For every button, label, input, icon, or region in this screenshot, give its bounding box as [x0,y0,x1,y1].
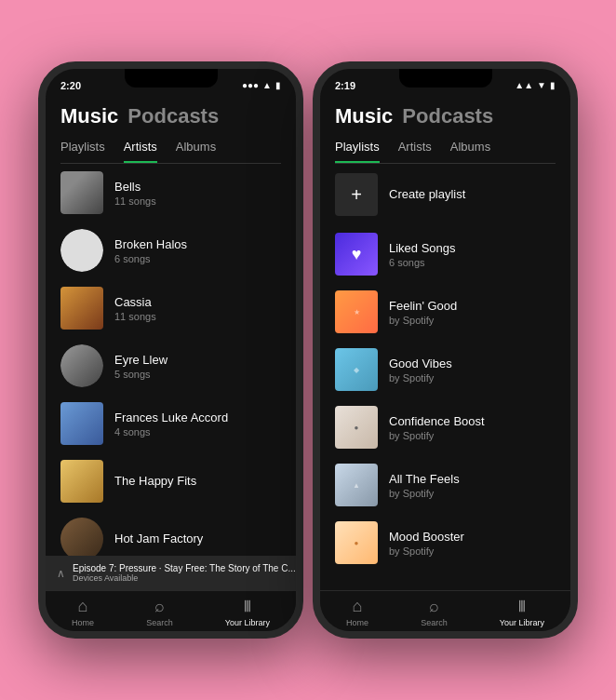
list-item[interactable]: ● Confidence Boost by Spotify [320,398,570,456]
tab-artists-2[interactable]: Artists [398,140,432,163]
tab-artists-1[interactable]: Artists [124,140,157,163]
nav-search-2[interactable]: ⌕ Search [421,597,448,627]
artist-sub-broken: 6 songs [114,253,281,264]
playlist-sub-feelin: by Spotify [389,315,556,326]
artist-sub-bells: 11 songs [114,195,281,207]
phone-1: 2:20 ●●● ▲ ▮ Music Podcasts Playlists Ar… [38,61,303,639]
artist-name-broken: Broken Halos [114,237,281,251]
playlist-sub-allfeels: by Spotify [389,488,556,499]
artist-img-cassia [60,287,103,330]
up-arrow-icon: ∧ [57,567,65,580]
tab-playlists-2[interactable]: Playlists [335,140,380,163]
playlist-img-confidence: ● [335,406,378,449]
notch-2 [399,69,492,88]
list-item[interactable]: ♥ Liked Songs 6 songs [320,225,570,283]
playlist-name-confidence: Confidence Boost [389,414,556,428]
plus-box: + [335,173,378,216]
artists-list: Bells 11 songs Broken Halos 6 songs [46,164,296,556]
playlist-name-liked: Liked Songs [389,241,556,255]
wifi-icon-2: ▼ [537,80,546,90]
phone-2: 2:19 ▲▲ ▼ ▮ Music Podcasts Playlists Art… [313,61,578,639]
now-playing-text: Episode 7: Pressure · Stay Free: The Sto… [73,563,296,583]
playlist-img-mood: ● [335,521,378,564]
playlist-info-allfeels: All The Feels by Spotify [389,472,556,499]
playlist-info-feelin: Feelin' Good by Spotify [389,299,556,326]
playlist-info-goodvibes: Good Vibes by Spotify [389,357,556,384]
playlist-name-goodvibes: Good Vibes [389,357,556,370]
tabs-1: Playlists Artists Albums [60,140,281,164]
battery-icon-1: ▮ [275,80,281,90]
now-playing-title: Episode 7: Pressure · Stay Free: The Sto… [73,563,296,573]
list-item[interactable]: The Happy Fits [46,452,296,510]
create-playlist-item[interactable]: + Create playlist [320,164,570,225]
title-music-2: Music [335,104,393,128]
time-1: 2:20 [60,80,81,91]
battery-icon-2: ▮ [550,80,556,90]
artist-img-happyfits [60,460,103,503]
artist-sub-frances: 4 songs [114,426,281,438]
nav-home-2[interactable]: ⌂ Home [346,597,368,627]
bottom-nav-1: ⌂ Home ⌕ Search ⫴ Your Library [46,590,296,631]
time-2: 2:19 [335,80,355,91]
home-label-2: Home [346,618,368,627]
list-item[interactable]: Bells 11 songs [46,164,296,222]
playlist-sub-mood: by Spotify [389,545,556,557]
artist-name-frances: Frances Luke Accord [114,411,281,424]
nav-home-1[interactable]: ⌂ Home [72,597,94,627]
heart-icon: ♥ [352,245,362,264]
list-item[interactable]: ◆ Good Vibes by Spotify [320,341,570,398]
search-icon-2: ⌕ [429,597,439,616]
now-playing-bar[interactable]: ∧ Episode 7: Pressure · Stay Free: The S… [46,556,296,590]
artist-sub-eyre: 5 songs [114,369,281,380]
artist-info-happyfits: The Happy Fits [114,474,281,490]
title-music-1: Music [60,104,118,128]
list-item[interactable]: ● Mood Booster by Spotify [320,514,570,572]
artist-info-broken: Broken Halos 6 songs [114,237,281,264]
notch-1 [125,69,218,88]
list-item[interactable]: Hot Jam Factory [46,510,296,556]
search-label-2: Search [421,618,448,627]
nav-library-2[interactable]: ⫴ Your Library [500,597,544,627]
list-item[interactable]: ▲ All The Feels by Spotify [320,456,570,514]
playlist-img-liked: ♥ [335,233,378,276]
title-podcasts-2: Podcasts [402,104,493,128]
wifi-icon-1: ▲ [262,80,272,90]
search-label-1: Search [146,618,173,627]
bottom-nav-2: ⌂ Home ⌕ Search ⫴ Your Library [320,590,570,631]
tabs-2: Playlists Artists Albums [335,140,556,164]
home-label-1: Home [72,618,94,627]
now-playing-sub: Devices Available [73,573,296,583]
library-label-1: Your Library [225,618,270,627]
list-item[interactable]: Eyre Llew 5 songs [46,337,296,395]
artist-name-hotjam: Hot Jam Factory [114,532,281,545]
list-item[interactable]: Cassia 11 songs [46,279,296,337]
home-icon-1: ⌂ [78,597,88,616]
header-2: Music Podcasts Playlists Artists Albums [320,97,570,164]
tab-playlists-1[interactable]: Playlists [60,140,105,163]
artist-info-cassia: Cassia 11 songs [114,295,281,322]
tab-albums-1[interactable]: Albums [176,140,216,163]
playlist-name-mood: Mood Booster [389,530,556,544]
tab-albums-2[interactable]: Albums [450,140,490,163]
artist-img-eyre [60,344,103,387]
title-podcasts-1: Podcasts [127,104,219,128]
list-item[interactable]: Frances Luke Accord 4 songs [46,395,296,452]
nav-library-1[interactable]: ⫴ Your Library [225,597,270,627]
list-item[interactable]: ★ Feelin' Good by Spotify [320,283,570,341]
plus-icon: + [351,184,362,206]
playlist-info-liked: Liked Songs 6 songs [389,241,556,268]
artist-name-eyre: Eyre Llew [114,353,281,367]
nav-search-1[interactable]: ⌕ Search [146,597,173,627]
artist-name-happyfits: The Happy Fits [114,474,281,488]
status-icons-1: ●●● ▲ ▮ [242,80,281,90]
signal-icon-2: ▲▲ [515,80,533,90]
signal-icon-1: ●●● [242,80,259,90]
list-item[interactable]: Broken Halos 6 songs [46,222,296,279]
library-label-2: Your Library [500,618,544,627]
header-1: Music Podcasts Playlists Artists Albums [46,97,296,164]
playlist-img-feelin: ★ [335,290,378,333]
library-icon-2: ⫴ [518,597,526,616]
artist-name-cassia: Cassia [114,295,281,309]
playlist-sub-confidence: by Spotify [389,430,556,441]
playlist-img-goodvibes: ◆ [335,348,378,391]
